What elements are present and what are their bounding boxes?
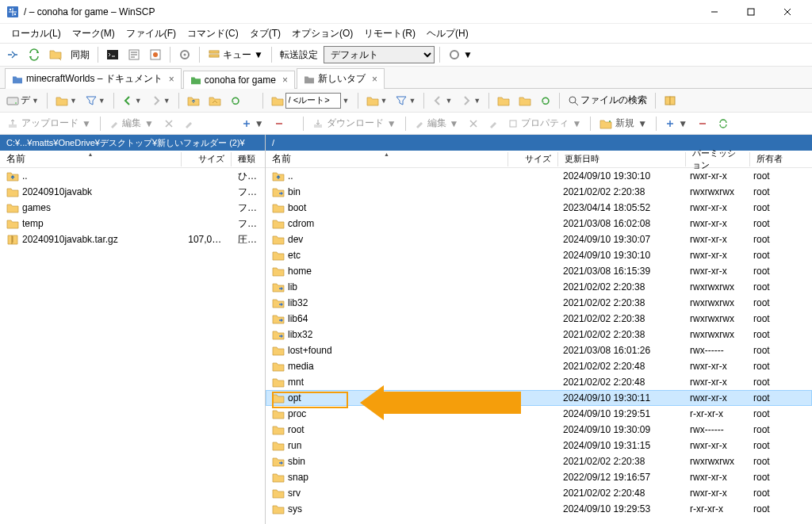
menu-item[interactable]: タブ(T)	[245, 25, 285, 42]
menu-item[interactable]: ローカル(L)	[6, 25, 66, 42]
nav-extra-button[interactable]	[661, 94, 680, 108]
file-row[interactable]: sys2024/09/10 19:29:53r-xr-xr-xroot	[266, 501, 812, 517]
file-row[interactable]: media2021/02/02 2:20:48rwxr-xr-xroot	[266, 358, 812, 374]
right-forward-button[interactable]: ▼	[458, 94, 484, 108]
remote-file-list[interactable]: ..2024/09/10 19:30:10rwxr-xr-xrootbin202…	[266, 168, 812, 524]
queue-button[interactable]: キュー ▼	[205, 47, 266, 63]
file-row[interactable]: sbin2021/02/02 2:20:38rwxrwxrwxroot	[266, 453, 812, 469]
file-row[interactable]: lib2021/02/02 2:20:38rwxrwxrwxroot	[266, 279, 812, 295]
menu-item[interactable]: コマンド(C)	[182, 25, 243, 42]
file-row[interactable]: tempファイル	[0, 216, 265, 231]
remote-header-date[interactable]: 更新日時	[558, 153, 685, 165]
file-row[interactable]: lost+found2021/03/08 16:01:26rwx------ro…	[266, 342, 812, 358]
file-row[interactable]: opt2024/09/10 19:30:11rwxr-xr-xroot	[266, 390, 812, 406]
file-row[interactable]: home2021/03/08 16:15:39rwxr-xr-xroot	[266, 263, 812, 279]
tab-close-icon[interactable]: ×	[282, 75, 288, 86]
remote-header-owner[interactable]: 所有者	[750, 153, 798, 165]
right-home-button[interactable]	[515, 94, 534, 108]
menu-item[interactable]: ファイル(F)	[121, 25, 181, 42]
left-refresh-button[interactable]	[227, 94, 244, 108]
file-row[interactable]: root2024/09/10 19:30:09rwx------root	[266, 422, 812, 438]
session-tab[interactable]: minecraftWorlds – ドキュメント×	[5, 68, 182, 89]
minimize-button[interactable]	[696, 0, 733, 24]
right-refresh-button[interactable]	[537, 94, 554, 108]
settings-button[interactable]	[175, 47, 194, 63]
left-new-minus-button[interactable]	[270, 117, 288, 130]
right-delete-button[interactable]	[465, 117, 482, 130]
left-parent-button[interactable]	[184, 94, 203, 108]
local-header-name[interactable]: ▲名前	[0, 152, 181, 166]
left-back-button[interactable]: ▼	[119, 94, 145, 108]
right-back-button[interactable]: ▼	[429, 94, 455, 108]
script-button[interactable]	[124, 47, 144, 63]
transfer-preset-select[interactable]: デフォルト	[324, 46, 435, 63]
file-row[interactable]: run2024/09/10 19:31:15rwxr-xr-xroot	[266, 438, 812, 453]
file-row[interactable]: srv2021/02/02 2:20:48rwxr-xr-xroot	[266, 485, 812, 501]
right-new-minus-button[interactable]	[694, 117, 711, 130]
left-open-folder-button[interactable]: ▼	[52, 94, 80, 108]
left-delete-button[interactable]	[160, 117, 178, 130]
right-edit-button[interactable]: 編集 ▼	[411, 115, 463, 132]
session-tab[interactable]: conoha for game×	[183, 71, 295, 89]
sync-browse-button[interactable]	[3, 47, 22, 63]
log-button[interactable]	[146, 47, 165, 63]
maximize-button[interactable]	[733, 0, 769, 24]
file-row[interactable]: etc2024/09/10 19:30:10rwxr-xr-xroot	[266, 247, 812, 263]
remote-header-perm[interactable]: パーミッション	[686, 147, 749, 171]
menu-item[interactable]: マーク(M)	[67, 25, 120, 42]
right-edit2-button[interactable]	[485, 117, 502, 130]
file-row[interactable]: mnt2021/02/02 2:20:48rwxr-xr-xroot	[266, 374, 812, 390]
remote-header-name[interactable]: ▲名前	[266, 152, 508, 166]
tab-close-icon[interactable]: ×	[169, 74, 174, 85]
sync-button[interactable]	[25, 47, 44, 63]
right-root-button[interactable]: ▼	[268, 91, 353, 110]
local-path-crumb[interactable]: C:¥...¥matts¥OneDrive¥デスクトップ¥新しいフォルダー (2…	[0, 135, 265, 151]
left-edit-button[interactable]: 編集 ▼	[105, 115, 158, 132]
file-row[interactable]: boot2023/04/14 18:05:52rwxr-xr-xroot	[266, 200, 812, 216]
local-header-type[interactable]: 種類	[232, 153, 265, 165]
left-edit2-button[interactable]	[180, 117, 197, 130]
local-header-size[interactable]: サイズ	[182, 153, 232, 165]
file-perm: rwxr-xr-x	[684, 472, 747, 483]
left-drive-button[interactable]: デ▼	[3, 92, 42, 109]
file-row[interactable]: lib322021/02/02 2:20:38rwxrwxrwxroot	[266, 295, 812, 311]
left-filter-button[interactable]: ▼	[82, 94, 109, 108]
right-open-folder-button[interactable]: ▼	[363, 94, 391, 108]
right-new-plus-button[interactable]: ▼	[661, 117, 691, 131]
session-tab[interactable]: 新しいタブ×	[297, 68, 385, 89]
transfer-settings-button[interactable]: ▼	[445, 47, 476, 63]
file-row[interactable]: cdrom2021/03/08 16:02:08rwxr-xr-xroot	[266, 216, 812, 231]
compare-button[interactable]	[46, 47, 65, 63]
file-row[interactable]: ..ひとつ上	[0, 168, 265, 184]
file-row[interactable]: gamesファイル	[0, 200, 265, 216]
properties-button[interactable]: プロパティ ▼	[504, 115, 585, 132]
remote-header-size[interactable]: サイズ	[508, 153, 557, 165]
menu-item[interactable]: ヘルプ(H)	[422, 25, 473, 42]
menu-item[interactable]: オプション(O)	[287, 25, 358, 42]
menu-item[interactable]: リモート(R)	[359, 25, 420, 42]
upload-button[interactable]: アップロード ▼	[3, 115, 95, 132]
left-home-button[interactable]	[205, 94, 224, 108]
local-file-list[interactable]: ..ひとつ上20240910javabkファイルgamesファイルtempファイ…	[0, 168, 265, 524]
file-row[interactable]: proc2024/09/10 19:29:51r-xr-xr-xroot	[266, 406, 812, 422]
file-row[interactable]: libx322021/02/02 2:20:38rwxrwxrwxroot	[266, 327, 812, 342]
right-path-input[interactable]	[285, 93, 341, 109]
file-row[interactable]: 20240910javabk.tar.gz107,043 KB圧縮ア	[0, 231, 265, 247]
close-button[interactable]	[769, 0, 806, 24]
left-forward-button[interactable]: ▼	[147, 94, 174, 108]
file-row[interactable]: 20240910javabkファイル	[0, 184, 265, 200]
file-row[interactable]: snap2022/09/12 19:16:57rwxr-xr-xroot	[266, 469, 812, 485]
tab-close-icon[interactable]: ×	[372, 74, 377, 85]
file-row[interactable]: bin2021/02/02 2:20:38rwxrwxrwxroot	[266, 184, 812, 200]
download-button[interactable]: ダウンロード ▼	[308, 115, 400, 132]
file-row[interactable]: lib642021/02/02 2:20:38rwxrwxrwxroot	[266, 311, 812, 327]
terminal-button[interactable]	[103, 47, 122, 63]
new-button[interactable]: 新規 ▼	[596, 115, 651, 132]
right-parent-button[interactable]	[494, 94, 513, 108]
find-files-button[interactable]: ファイルの検索	[565, 92, 650, 109]
sync-label[interactable]: 同期	[67, 47, 93, 63]
right-sync-icon[interactable]	[714, 117, 733, 131]
right-filter-button[interactable]: ▼	[393, 94, 419, 108]
file-row[interactable]: dev2024/09/10 19:30:07rwxr-xr-xroot	[266, 231, 812, 247]
left-new-plus-button[interactable]: ▼	[238, 117, 268, 131]
